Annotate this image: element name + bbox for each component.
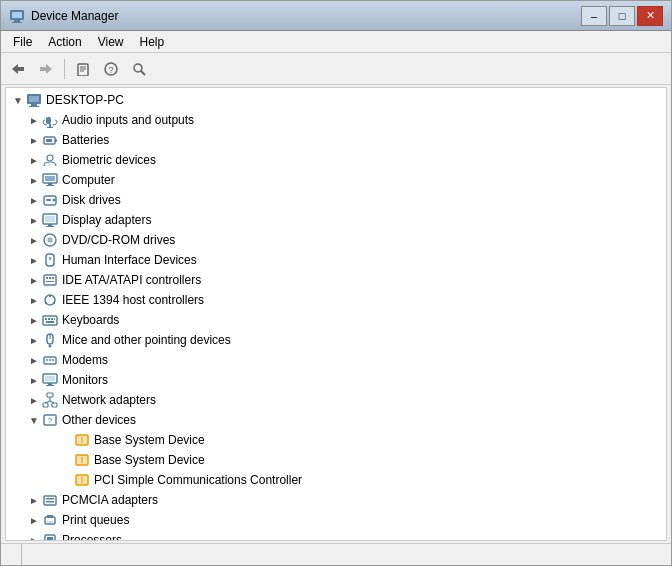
display-icon xyxy=(42,212,58,228)
forward-button[interactable] xyxy=(33,57,59,81)
tree-item-batteries[interactable]: ► Batteries xyxy=(6,130,666,150)
svg-point-51 xyxy=(53,302,55,304)
tree-item-mice[interactable]: ► Mice and other pointing devices xyxy=(6,330,666,350)
other-expand-icon: ▼ xyxy=(26,412,42,428)
close-button[interactable]: ✕ xyxy=(637,6,663,26)
tree-item-hid[interactable]: ► Human Interface Devices xyxy=(6,250,666,270)
device-tree-panel[interactable]: ▼ DESKTOP-PC ► Audio inputs and outputs … xyxy=(5,87,667,541)
ide-icon xyxy=(42,272,58,288)
svg-text:?: ? xyxy=(48,416,53,425)
svg-rect-36 xyxy=(48,224,52,226)
svg-rect-21 xyxy=(49,124,51,127)
svg-rect-8 xyxy=(78,64,88,76)
svg-rect-91 xyxy=(47,521,53,523)
device-manager-window: Device Manager – □ ✕ File Action View He… xyxy=(0,0,672,566)
svg-point-49 xyxy=(49,295,51,297)
svg-rect-22 xyxy=(47,127,53,128)
base1-label: Base System Device xyxy=(94,433,205,447)
tree-item-print[interactable]: ► Print queues xyxy=(6,510,666,530)
mice-icon xyxy=(42,332,58,348)
svg-rect-55 xyxy=(51,318,53,320)
svg-rect-33 xyxy=(46,199,51,201)
svg-text:!: ! xyxy=(81,475,84,485)
svg-rect-2 xyxy=(14,20,20,22)
svg-rect-52 xyxy=(43,316,57,325)
display-expand-icon: ► xyxy=(26,212,42,228)
svg-text:!: ! xyxy=(81,435,84,445)
back-button[interactable] xyxy=(5,57,31,81)
tree-item-monitors[interactable]: ► Monitors xyxy=(6,370,666,390)
tree-item-other[interactable]: ▼ ? Other devices xyxy=(6,410,666,430)
network-icon xyxy=(42,392,58,408)
svg-rect-5 xyxy=(18,67,24,71)
maximize-button[interactable]: □ xyxy=(609,6,635,26)
tree-item-pcmcia[interactable]: ► PCMCIA adapters xyxy=(6,490,666,510)
menu-help[interactable]: Help xyxy=(132,33,173,51)
svg-rect-56 xyxy=(54,318,55,320)
computer-label: Computer xyxy=(62,173,115,187)
tree-item-biometric[interactable]: ► Biometric devices xyxy=(6,150,666,170)
tree-root[interactable]: ▼ DESKTOP-PC xyxy=(6,90,666,110)
diskdrives-label: Disk drives xyxy=(62,193,121,207)
tree-item-processors[interactable]: ► Processors xyxy=(6,530,666,541)
keyboards-expand-icon: ► xyxy=(26,312,42,328)
hid-icon xyxy=(42,252,58,268)
tree-item-diskdrives[interactable]: ► Disk drives xyxy=(6,190,666,210)
svg-rect-18 xyxy=(31,104,37,106)
tree-item-dvd[interactable]: ► DVD/CD-ROM drives xyxy=(6,230,666,250)
svg-rect-24 xyxy=(55,139,57,142)
keyboards-label: Keyboards xyxy=(62,313,119,327)
help-button[interactable]: ? xyxy=(98,57,124,81)
ide-label: IDE ATA/ATAPI controllers xyxy=(62,273,201,287)
mice-label: Mice and other pointing devices xyxy=(62,333,231,347)
tree-item-keyboards[interactable]: ► Keyboards xyxy=(6,310,666,330)
svg-point-32 xyxy=(53,199,56,202)
svg-rect-7 xyxy=(40,67,46,71)
tree-item-modems[interactable]: ► Modems xyxy=(6,350,666,370)
other-label: Other devices xyxy=(62,413,136,427)
svg-point-26 xyxy=(47,155,53,161)
svg-rect-47 xyxy=(46,281,54,282)
root-label: DESKTOP-PC xyxy=(46,93,124,107)
diskdrives-expand-icon: ► xyxy=(26,192,42,208)
monitors-icon xyxy=(42,372,58,388)
base2-icon: ! xyxy=(74,452,90,468)
tree-item-audio[interactable]: ► Audio inputs and outputs xyxy=(6,110,666,130)
scan-button[interactable] xyxy=(126,57,152,81)
svg-point-60 xyxy=(49,345,52,348)
svg-rect-19 xyxy=(29,106,39,107)
svg-rect-25 xyxy=(46,139,52,142)
tree-item-ieee[interactable]: ► IEEE 1394 host controllers xyxy=(6,290,666,310)
tree-item-network[interactable]: ► Network adapters xyxy=(6,390,666,410)
svg-rect-20 xyxy=(46,117,51,124)
modems-label: Modems xyxy=(62,353,108,367)
properties-button[interactable] xyxy=(70,57,96,81)
network-label: Network adapters xyxy=(62,393,156,407)
window-title: Device Manager xyxy=(31,9,118,23)
tree-item-computer[interactable]: ► Computer xyxy=(6,170,666,190)
ieee-expand-icon: ► xyxy=(26,292,42,308)
computer-expand-icon: ► xyxy=(26,172,42,188)
biometric-icon xyxy=(42,152,58,168)
svg-text:?: ? xyxy=(108,65,113,75)
menu-action[interactable]: Action xyxy=(40,33,89,51)
biometric-label: Biometric devices xyxy=(62,153,156,167)
menu-file[interactable]: File xyxy=(5,33,40,51)
minimize-button[interactable]: – xyxy=(581,6,607,26)
menu-view[interactable]: View xyxy=(90,33,132,51)
modems-expand-icon: ► xyxy=(26,352,42,368)
svg-rect-88 xyxy=(46,501,54,503)
svg-rect-66 xyxy=(45,376,55,381)
tree-item-base1[interactable]: ! Base System Device xyxy=(6,430,666,450)
tree-item-base2[interactable]: ! Base System Device xyxy=(6,450,666,470)
svg-point-63 xyxy=(49,359,51,361)
monitors-expand-icon: ► xyxy=(26,372,42,388)
svg-rect-1 xyxy=(12,12,22,18)
tree-item-pci[interactable]: ! PCI Simple Communications Controller xyxy=(6,470,666,490)
base2-label: Base System Device xyxy=(94,453,205,467)
svg-rect-30 xyxy=(46,185,54,186)
tree-item-ide[interactable]: ► IDE ATA/ATAPI controllers xyxy=(6,270,666,290)
tree-item-display[interactable]: ► Display adapters xyxy=(6,210,666,230)
audio-expand-icon: ► xyxy=(26,112,42,128)
root-icon xyxy=(26,92,42,108)
